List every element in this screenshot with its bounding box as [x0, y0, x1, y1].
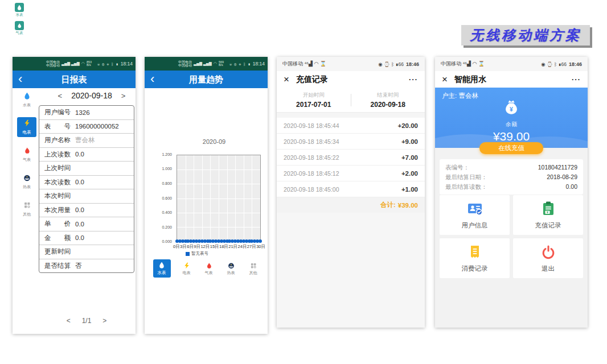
- back-button[interactable]: ‹: [150, 71, 154, 87]
- total-label: 合计:: [380, 201, 396, 209]
- gridline: [210, 155, 211, 241]
- sidebar-item-gas[interactable]: 气表: [17, 144, 36, 164]
- field-value: 196000000052: [75, 123, 119, 130]
- record-row[interactable]: 2020-09-18 18:45:00 +1.00: [277, 181, 425, 197]
- sidebar-item-water[interactable]: 水表: [17, 90, 36, 110]
- prev-date-button[interactable]: <: [58, 92, 63, 100]
- tab-water[interactable]: 水表: [153, 259, 171, 278]
- plot-area: [177, 155, 261, 242]
- tab-heat[interactable]: 热表: [225, 260, 237, 278]
- heat-meter-icon: [23, 173, 31, 184]
- record-time: 2020-09-18 18:45:00: [284, 186, 339, 193]
- field-value: 1326: [75, 109, 90, 116]
- x-tick-label: 24日: [238, 244, 247, 250]
- form-row: 更新时间: [39, 245, 134, 259]
- carrier-labels: 中国电信中国移动: [178, 60, 192, 68]
- total-value: ¥39.00: [398, 202, 418, 209]
- field-label: 用户名称: [44, 136, 71, 144]
- online-recharge-button[interactable]: 在线充值: [479, 142, 543, 154]
- more-menu-icon[interactable]: ⋯: [408, 74, 418, 85]
- menu-recharge-records[interactable]: ¥ 充值记录: [513, 195, 583, 235]
- status-time: 18:14: [253, 61, 265, 67]
- signal-icon: ▃▅▇ ▃▅▇: [61, 61, 80, 66]
- end-date-picker[interactable]: 结束时间 2020-09-18: [351, 92, 425, 109]
- status-bar: 中国电信中国移动 ▃▅▇ ▃▅▇ ◠ 853B/s ◉ Ⓝ ◈ ᛒ ▮ 18:1…: [13, 57, 136, 71]
- field-value: 0.0: [75, 179, 84, 185]
- gridline: [252, 155, 252, 241]
- info-value: 2018-08-29: [547, 173, 577, 181]
- lightning-icon: [23, 119, 31, 129]
- field-label: 本次读数: [44, 178, 71, 187]
- back-button[interactable]: ‹: [18, 71, 22, 87]
- tab-electric[interactable]: 电表: [181, 260, 193, 278]
- apps-grid-icon: [23, 201, 31, 211]
- form-row: 表 号 196000000052: [39, 120, 134, 134]
- form-row: 上次时间: [39, 162, 134, 176]
- menu-user-info[interactable]: 用户信息: [440, 195, 510, 235]
- next-date-button[interactable]: >: [121, 92, 126, 100]
- app-header: ‹ 日报表: [13, 71, 136, 88]
- status-bar: 中国移动 ⁴⁶▟ ◠ ⌛ ◉ ⌚ ᛒ ▮66 18:46: [277, 57, 425, 71]
- signal-icon: ▃▅▇ ▃▅▇: [194, 61, 212, 66]
- chart-legend: 暂无表号: [186, 251, 208, 257]
- wifi-icon: ◠: [214, 61, 217, 66]
- prev-page-button[interactable]: <: [67, 317, 71, 325]
- x-tick-label: 21日: [228, 244, 237, 250]
- field-value: 0.0: [75, 151, 84, 158]
- sidebar-item-electric[interactable]: 电表: [17, 117, 36, 137]
- x-tick-label: 9日: [194, 244, 200, 250]
- field-value: 曹会林: [75, 136, 95, 144]
- record-amount: +9.00: [401, 138, 418, 145]
- field-value: 否: [75, 262, 82, 270]
- x-tick-label: 15日: [210, 244, 219, 250]
- carrier-label: 中国移动 ⁴⁶▟ ◠ ⌛: [441, 60, 485, 68]
- field-label: 本次时间: [44, 192, 71, 200]
- field-label: 是否结算: [44, 262, 71, 270]
- current-date[interactable]: 2020-09-18: [71, 91, 112, 100]
- status-icons: ◉ Ⓝ ◈ ᛒ ▮: [229, 62, 251, 66]
- page-title: 日报表: [13, 71, 136, 88]
- phone-smart-water: 中国移动 ⁴⁶▟ ◠ ⌛ ◉ ⌚ ᛒ ▮66 18:46 × 智能用水 ⋯ 户主…: [435, 57, 588, 328]
- record-row[interactable]: 2020-09-18 18:45:44 +20.00: [277, 118, 425, 134]
- corner-icon-label: 水表: [16, 13, 23, 18]
- sidebar-item-heat[interactable]: 热表: [17, 172, 36, 192]
- tab-gas[interactable]: 气表: [203, 260, 215, 278]
- status-time: 18:14: [121, 61, 133, 67]
- record-row[interactable]: 2020-09-18 18:45:22 +7.00: [277, 150, 425, 166]
- next-page-button[interactable]: >: [102, 317, 106, 325]
- record-row[interactable]: 2020-09-18 18:45:34 +9.00: [277, 134, 425, 150]
- info-row: 表编号： 101804211729: [445, 163, 577, 171]
- sidebar-item-other[interactable]: 其他: [17, 199, 36, 219]
- svg-text:¥: ¥: [510, 106, 513, 113]
- y-tick-label: 0.200: [162, 225, 172, 229]
- total-row: 合计: ¥39.00: [277, 197, 425, 213]
- heat-meter-icon: [228, 262, 235, 270]
- x-tick-label: 3日: [180, 244, 187, 250]
- carrier-label: 中国移动 ⁴⁶▟ ◠ ⌛: [282, 60, 326, 68]
- gridline: [244, 155, 244, 241]
- more-menu-icon[interactable]: ⋯: [571, 74, 581, 85]
- chart-x-axis: 0日3日6日9日12日15日18日21日24日27日30日: [173, 244, 265, 250]
- lightning-icon: [183, 262, 190, 270]
- form-row: 用户名称 曹会林: [39, 134, 134, 148]
- y-tick-label: 0.000: [162, 239, 172, 243]
- form-row: 本次读数 0.0: [39, 176, 134, 190]
- close-icon[interactable]: ×: [442, 75, 448, 84]
- chart-title: 2020-09: [167, 138, 261, 145]
- tab-other[interactable]: 其他: [247, 260, 260, 278]
- menu-exit[interactable]: 退出: [513, 238, 583, 278]
- form-row: 本次时间: [39, 189, 134, 204]
- info-value: 101804211729: [538, 163, 577, 171]
- field-label: 单 价: [44, 220, 71, 228]
- x-tick-label: 30日: [256, 244, 265, 250]
- record-row[interactable]: 2020-09-18 18:45:12 +2.00: [277, 166, 425, 181]
- x-tick-label: 18日: [219, 244, 228, 250]
- field-label: 本次用量: [44, 206, 71, 214]
- close-icon[interactable]: ×: [284, 75, 289, 84]
- section-gap: [277, 113, 425, 118]
- menu-consumption-records[interactable]: 消费记录: [440, 238, 510, 278]
- start-date-picker[interactable]: 开始时间 2017-07-01: [277, 92, 351, 109]
- corner-icon-water-meter: 水表: [14, 3, 25, 18]
- phone-daily-report: 中国电信中国移动 ▃▅▇ ▃▅▇ ◠ 853B/s ◉ Ⓝ ◈ ᛒ ▮ 18:1…: [13, 57, 136, 334]
- power-icon: [540, 244, 556, 261]
